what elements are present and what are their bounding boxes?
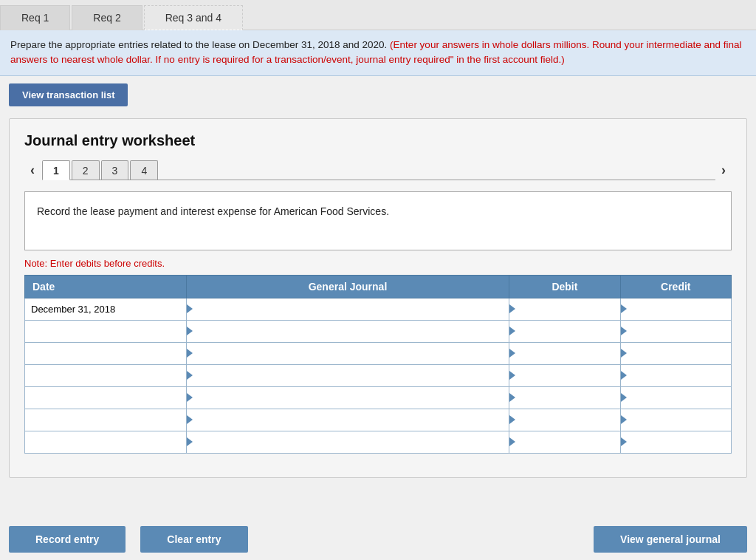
debit-cell-5[interactable]	[509, 386, 620, 409]
tab-req3and4[interactable]: Req 3 and 4	[144, 5, 243, 30]
credit-input-7[interactable]	[630, 434, 731, 451]
header-date: Date	[25, 275, 187, 298]
page-tab-3[interactable]: 3	[101, 160, 129, 180]
tri-c7	[621, 437, 627, 446]
next-page-arrow[interactable]: ›	[715, 160, 732, 181]
credit-cell-7[interactable]	[620, 431, 731, 453]
bottom-bar: Record entry Clear entry View general jo…	[0, 519, 756, 560]
date-cell-1: December 31, 2018	[25, 298, 187, 320]
description-text: Record the lease payment and interest ex…	[37, 205, 389, 217]
tri-d6	[509, 415, 515, 424]
date-cell-6	[25, 409, 187, 431]
tri-7	[187, 437, 193, 446]
tri-d3	[509, 349, 515, 358]
credit-input-6[interactable]	[630, 412, 731, 428]
header-credit: Credit	[620, 275, 731, 298]
debit-input-3[interactable]	[518, 345, 619, 362]
tri-2	[187, 327, 193, 335]
debit-cell-6[interactable]	[509, 409, 620, 431]
worksheet-title: Journal entry worksheet	[24, 132, 732, 149]
table-row	[25, 364, 732, 386]
table-row	[25, 342, 732, 364]
tri-5	[187, 393, 193, 402]
tri-4	[187, 371, 193, 380]
journal-input-7[interactable]	[196, 434, 509, 451]
journal-input-5[interactable]	[196, 389, 509, 406]
tri-6	[187, 415, 193, 424]
debit-input-6[interactable]	[518, 412, 619, 428]
action-bar: View transaction list	[0, 76, 756, 114]
journal-input-4[interactable]	[196, 367, 509, 384]
journal-cell-2[interactable]	[186, 320, 509, 342]
table-row	[25, 431, 732, 453]
tri-d7	[509, 437, 515, 446]
tabs-bar: Req 1 Req 2 Req 3 and 4	[0, 0, 756, 30]
journal-table: Date General Journal Debit Credit Decemb…	[24, 275, 732, 454]
table-row	[25, 320, 732, 342]
instructions-main-text: Prepare the appropriate entries related …	[10, 39, 387, 50]
credit-cell-1[interactable]	[620, 298, 731, 320]
triangle-icon-1	[187, 304, 193, 313]
debit-input-7[interactable]	[518, 434, 619, 451]
prev-page-arrow[interactable]: ‹	[24, 160, 41, 181]
worksheet-card: Journal entry worksheet ‹ 1 2 3 4 › Reco…	[9, 118, 747, 478]
instructions-box: Prepare the appropriate entries related …	[0, 30, 756, 76]
tri-3	[187, 349, 193, 358]
tri-d4	[509, 371, 515, 380]
page-tab-1[interactable]: 1	[42, 160, 70, 180]
table-row	[25, 386, 732, 409]
journal-input-3[interactable]	[196, 345, 509, 362]
date-cell-2	[25, 320, 187, 342]
debit-input-2[interactable]	[518, 323, 619, 340]
view-general-journal-button[interactable]: View general journal	[594, 526, 747, 553]
header-debit: Debit	[509, 275, 620, 298]
credit-cell-5[interactable]	[620, 386, 731, 409]
page-tabs: 1 2 3 4	[42, 160, 715, 180]
journal-input-2[interactable]	[196, 323, 509, 340]
description-box: Record the lease payment and interest ex…	[24, 191, 732, 250]
journal-input-6[interactable]	[196, 412, 509, 428]
journal-cell-7[interactable]	[186, 431, 509, 453]
credit-input-3[interactable]	[630, 345, 731, 362]
debit-input-1[interactable]	[518, 301, 619, 318]
tri-c6	[621, 415, 627, 424]
credit-input-1[interactable]	[630, 301, 731, 318]
credit-cell-3[interactable]	[620, 342, 731, 364]
credit-input-4[interactable]	[630, 367, 731, 384]
tri-c3	[621, 349, 627, 358]
credit-cell-2[interactable]	[620, 320, 731, 342]
tab-req1[interactable]: Req 1	[0, 5, 70, 30]
debit-input-4[interactable]	[518, 367, 619, 384]
table-row	[25, 409, 732, 431]
clear-entry-button[interactable]: Clear entry	[140, 526, 247, 553]
credit-input-2[interactable]	[630, 323, 731, 340]
debit-cell-1[interactable]	[509, 298, 620, 320]
journal-cell-3[interactable]	[186, 342, 509, 364]
debit-cell-7[interactable]	[509, 431, 620, 453]
date-cell-3	[25, 342, 187, 364]
debit-cell-2[interactable]	[509, 320, 620, 342]
debit-cell-3[interactable]	[509, 342, 620, 364]
tab-req2[interactable]: Req 2	[72, 5, 142, 30]
journal-cell-6[interactable]	[186, 409, 509, 431]
page-tab-4[interactable]: 4	[130, 160, 158, 180]
tri-d5	[509, 393, 515, 402]
journal-cell-1[interactable]	[186, 298, 509, 320]
tri-c5	[621, 393, 627, 402]
credit-input-5[interactable]	[630, 389, 731, 406]
table-row: December 31, 2018	[25, 298, 732, 320]
page-tab-2[interactable]: 2	[72, 160, 100, 180]
credit-cell-4[interactable]	[620, 364, 731, 386]
debit-cell-4[interactable]	[509, 364, 620, 386]
tri-d2	[509, 327, 515, 335]
credit-cell-6[interactable]	[620, 409, 731, 431]
tri-c2	[621, 327, 627, 335]
header-general-journal: General Journal	[186, 275, 509, 298]
debit-input-5[interactable]	[518, 389, 619, 406]
record-entry-button[interactable]: Record entry	[9, 526, 126, 553]
journal-input-1[interactable]	[196, 301, 509, 318]
view-transaction-btn[interactable]: View transaction list	[9, 83, 128, 106]
journal-cell-4[interactable]	[186, 364, 509, 386]
triangle-icon-debit-1	[509, 304, 515, 313]
journal-cell-5[interactable]	[186, 386, 509, 409]
